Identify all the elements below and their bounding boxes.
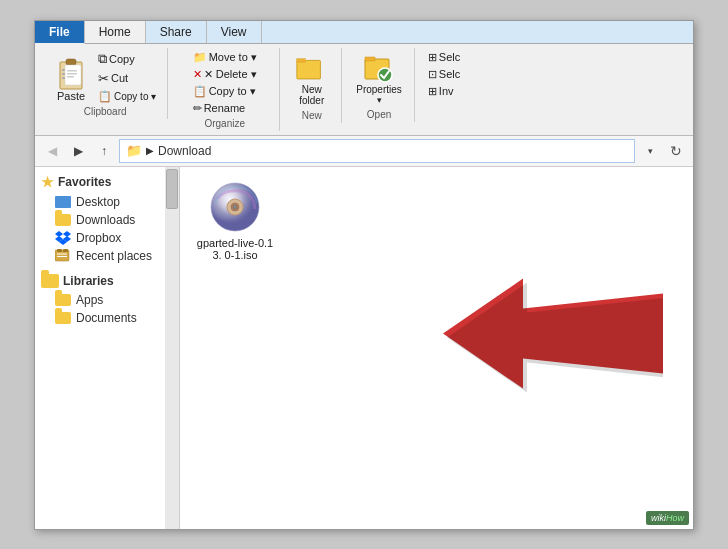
- forward-button[interactable]: ▶: [67, 140, 89, 162]
- sidebar-scroll-thumb[interactable]: [166, 169, 178, 209]
- ribbon-tabs: File Home Share View: [35, 21, 693, 44]
- ribbon-content: Paste ⧉ Copy ✂ Cut 📋: [35, 44, 693, 135]
- star-icon: ★: [41, 174, 54, 190]
- scissors-icon: ✂: [98, 71, 109, 86]
- how-text: How: [666, 513, 684, 523]
- address-icon: 📁: [126, 143, 142, 158]
- clipboard-group: Paste ⧉ Copy ✂ Cut 📋: [43, 48, 168, 119]
- svg-rect-21: [57, 249, 62, 252]
- select-group: ⊞ Selc ⊡ Selc ⊞ Inv: [417, 48, 471, 101]
- dropbox-label: Dropbox: [76, 231, 121, 245]
- copy-to-label: Copy to ▾: [114, 91, 156, 102]
- documents-label: Documents: [76, 311, 137, 325]
- svg-marker-31: [447, 282, 663, 392]
- svg-rect-5: [65, 65, 81, 85]
- new-group: Newfolder New: [282, 48, 342, 123]
- libraries-folder-icon: [41, 274, 59, 288]
- paste-button[interactable]: Paste: [51, 56, 91, 104]
- copy-to2-icon: 📋: [193, 85, 207, 98]
- svg-rect-11: [297, 58, 305, 61]
- copy-button[interactable]: ⧉ Copy: [95, 50, 159, 68]
- move-to-icon: 📁: [193, 51, 207, 64]
- paste-label: Paste: [57, 90, 85, 102]
- sidebar-favorites-header[interactable]: ★ Favorites: [35, 171, 165, 193]
- sidebar-libraries-header[interactable]: Libraries: [35, 271, 165, 291]
- copy-to2-label: Copy to ▾: [209, 85, 256, 98]
- address-path[interactable]: 📁 ▶ Download: [119, 139, 635, 163]
- rename-button[interactable]: ✏ Rename: [190, 101, 260, 116]
- paste-icon: [55, 58, 87, 90]
- sidebar-scrollbar[interactable]: [165, 167, 179, 529]
- iso-file-item[interactable]: gparted-live-0.13. 0-1.iso: [190, 177, 280, 265]
- organize-buttons: 📁 Move to ▾ ✕ ✕ Delete ▾ 📋 Copy to ▾ ✏ R…: [190, 50, 260, 116]
- new-folder-icon: [296, 52, 328, 84]
- svg-rect-6: [67, 70, 77, 72]
- recent-icon: [55, 249, 71, 263]
- address-dropdown[interactable]: ▾: [639, 140, 661, 162]
- invert-icon: ⊞: [428, 85, 437, 98]
- invert-label: Inv: [439, 85, 454, 97]
- wiki-text: wiki: [651, 513, 666, 523]
- address-bar: ◀ ▶ ↑ 📁 ▶ Download ▾ ↻: [35, 136, 693, 167]
- svg-point-29: [233, 205, 237, 209]
- properties-icon: [363, 52, 395, 84]
- sidebar-item-apps[interactable]: Apps: [35, 291, 165, 309]
- sidebar-item-dropbox[interactable]: Dropbox: [35, 229, 165, 247]
- sidebar-item-recent[interactable]: Recent places: [35, 247, 165, 265]
- wikihow-badge: wikiHow: [646, 511, 689, 525]
- copy-to-icon: 📋: [98, 90, 112, 103]
- move-to-label: Move to ▾: [209, 51, 257, 64]
- up-button[interactable]: ↑: [93, 140, 115, 162]
- select-all-button[interactable]: ⊞ Selc: [425, 50, 463, 65]
- address-folder: Download: [158, 144, 211, 158]
- invert-selection-button[interactable]: ⊞ Inv: [425, 84, 463, 99]
- properties-label: Properties: [356, 84, 402, 95]
- libraries-label: Libraries: [63, 274, 114, 288]
- properties-dropdown: ▾: [377, 95, 382, 105]
- svg-rect-1: [66, 59, 76, 65]
- content-area: gparted-live-0.13. 0-1.iso wikiHow: [180, 167, 693, 529]
- sidebar-item-downloads[interactable]: Downloads: [35, 211, 165, 229]
- organize-label: Organize: [204, 118, 245, 129]
- tab-file[interactable]: File: [35, 21, 85, 44]
- rename-label: Rename: [204, 102, 246, 114]
- svg-rect-7: [67, 73, 77, 75]
- copy-icon: ⧉: [98, 51, 107, 67]
- clipboard-buttons: Paste ⧉ Copy ✂ Cut 📋: [51, 50, 159, 104]
- cut-button[interactable]: ✂ Cut: [95, 70, 159, 87]
- properties-button[interactable]: Properties ▾: [352, 50, 406, 107]
- select-all-icon: ⊞: [428, 51, 437, 64]
- tab-share[interactable]: Share: [146, 21, 207, 43]
- delete-button[interactable]: ✕ ✕ Delete ▾: [190, 67, 260, 82]
- rename-icon: ✏: [193, 102, 202, 115]
- red-arrow: [443, 273, 663, 397]
- select-none-button[interactable]: ⊡ Selc: [425, 67, 463, 82]
- organize-group: 📁 Move to ▾ ✕ ✕ Delete ▾ 📋 Copy to ▾ ✏ R…: [170, 48, 280, 131]
- move-to-button[interactable]: 📁 Move to ▾: [190, 50, 260, 65]
- new-folder-button[interactable]: Newfolder: [292, 50, 332, 108]
- new-folder-label: Newfolder: [299, 84, 324, 106]
- tab-view[interactable]: View: [207, 21, 262, 43]
- sidebar-item-documents[interactable]: Documents: [35, 309, 165, 327]
- file-name: gparted-live-0.13. 0-1.iso: [194, 237, 276, 261]
- copy-to-button[interactable]: 📋 Copy to ▾: [95, 89, 159, 104]
- refresh-button[interactable]: ↻: [665, 140, 687, 162]
- delete-icon: ✕: [193, 68, 202, 81]
- copy-to2-button[interactable]: 📋 Copy to ▾: [190, 84, 260, 99]
- back-button[interactable]: ◀: [41, 140, 63, 162]
- ribbon: File Home Share View: [35, 21, 693, 136]
- address-chevron: ▶: [146, 145, 154, 156]
- select-none-icon: ⊡: [428, 68, 437, 81]
- cut-label: Cut: [111, 72, 128, 84]
- clipboard-label: Clipboard: [84, 106, 127, 117]
- dropbox-icon: [55, 231, 71, 245]
- select-none-label: Selc: [439, 68, 460, 80]
- folder-icon: [55, 214, 71, 226]
- tab-home[interactable]: Home: [85, 21, 146, 43]
- svg-rect-22: [63, 249, 68, 252]
- sidebar-item-desktop[interactable]: Desktop: [35, 193, 165, 211]
- open-group: Properties ▾ Open: [344, 48, 415, 122]
- favorites-label: Favorites: [58, 175, 111, 189]
- desktop-label: Desktop: [76, 195, 120, 209]
- main-area: ★ Favorites Desktop Downloads: [35, 167, 693, 529]
